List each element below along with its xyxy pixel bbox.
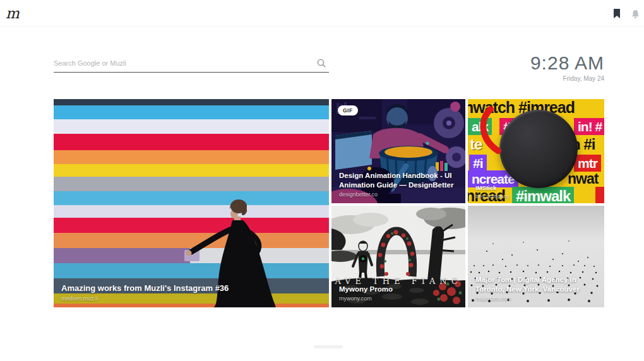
card-source: mywony.com (339, 295, 458, 302)
card-majortom[interactable]: Major Tom | Digital Agency in Toronto, N… (468, 206, 604, 307)
hashtag-word: te (470, 137, 482, 152)
muzli-logo[interactable]: m (6, 5, 20, 21)
card-source: medium.muz.li (61, 295, 321, 302)
striped-wall-image (54, 99, 329, 307)
card-imstick[interactable]: nwatch #imread alk #i in! # te h #i #i m… (468, 99, 604, 203)
card-title: Major Tom | Digital Agency in Toronto, N… (475, 275, 597, 294)
imstick-disc (499, 110, 578, 188)
card-title: Mywony Promo (339, 285, 458, 294)
card-title: Design Animation Handbook - UI Animation… (339, 171, 458, 190)
hashtag-word: mtr (574, 155, 601, 172)
card-muzli-instagram[interactable]: Amazing works from Muzli's Instagram #36… (54, 99, 329, 307)
top-bar: m (0, 0, 644, 27)
card-caption: Design Animation Handbook - UI Animation… (331, 166, 465, 203)
search-icon[interactable] (316, 58, 326, 68)
gif-badge: GIF (338, 105, 358, 115)
search-input[interactable] (54, 59, 316, 67)
card-source: majortom.com (475, 295, 597, 302)
hashtag-word: #i (469, 155, 487, 172)
search-bar (54, 54, 329, 73)
card-caption: Mywony Promo mywony.com (331, 280, 465, 307)
loading-indicator (314, 345, 343, 348)
card-designbetter[interactable]: GIF Design Animation Handbook - UI Anima… (331, 99, 465, 203)
card-mywony[interactable]: AVE THE FIANC Mywony Promo mywony.com (331, 206, 465, 307)
card-caption: Amazing works from Muzli's Instagram #36… (54, 278, 329, 307)
hashtag-word: in! # (574, 118, 604, 135)
card-caption: Major Tom | Digital Agency in Toronto, N… (468, 270, 604, 307)
hashtag-word: alk (468, 118, 492, 135)
card-title: IMStick (475, 184, 597, 192)
bookmark-icon[interactable] (612, 9, 622, 19)
painted-stripe (54, 248, 190, 263)
clock-widget: 9:28 AM Friday, May 24 (530, 53, 604, 82)
clock-time: 9:28 AM (530, 53, 604, 73)
stripe-handle (184, 250, 200, 261)
clock-date: Friday, May 24 (530, 75, 604, 82)
card-caption: IMStick tres.company (468, 179, 604, 203)
card-source: designbetter.co (339, 191, 458, 198)
bell-icon[interactable] (630, 9, 640, 19)
card-source: tres.company (475, 193, 597, 199)
card-title: Amazing works from Muzli's Instagram #36 (61, 283, 321, 294)
